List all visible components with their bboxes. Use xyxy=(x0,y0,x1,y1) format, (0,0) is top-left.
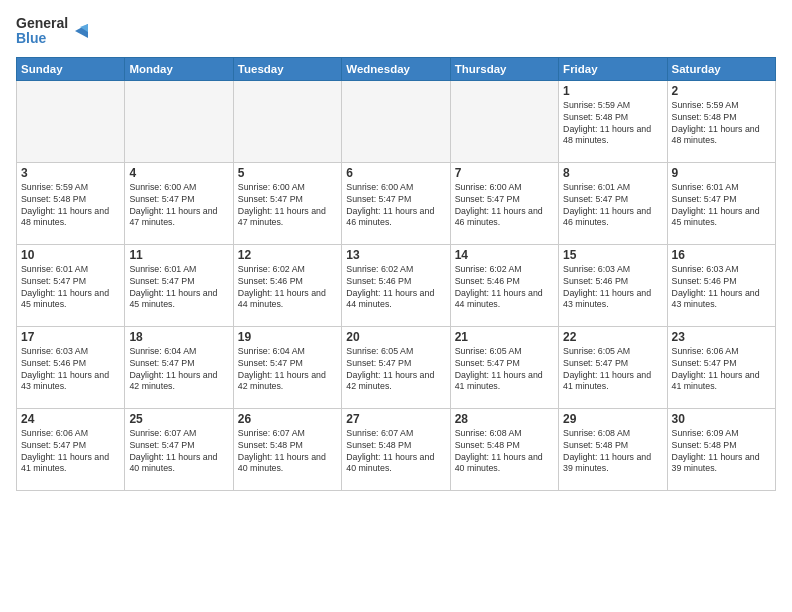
calendar-week-row: 17Sunrise: 6:03 AM Sunset: 5:46 PM Dayli… xyxy=(17,326,776,408)
calendar-cell: 6Sunrise: 6:00 AM Sunset: 5:47 PM Daylig… xyxy=(342,162,450,244)
logo: General Blue xyxy=(16,16,88,47)
day-number: 17 xyxy=(21,330,120,344)
cell-text: Sunrise: 6:03 AM Sunset: 5:46 PM Dayligh… xyxy=(563,264,662,312)
day-number: 25 xyxy=(129,412,228,426)
calendar-week-row: 10Sunrise: 6:01 AM Sunset: 5:47 PM Dayli… xyxy=(17,244,776,326)
cell-text: Sunrise: 6:04 AM Sunset: 5:47 PM Dayligh… xyxy=(129,346,228,394)
calendar-cell: 10Sunrise: 6:01 AM Sunset: 5:47 PM Dayli… xyxy=(17,244,125,326)
cell-text: Sunrise: 6:01 AM Sunset: 5:47 PM Dayligh… xyxy=(563,182,662,230)
cell-text: Sunrise: 6:00 AM Sunset: 5:47 PM Dayligh… xyxy=(129,182,228,230)
day-number: 1 xyxy=(563,84,662,98)
cell-text: Sunrise: 6:02 AM Sunset: 5:46 PM Dayligh… xyxy=(346,264,445,312)
calendar-cell: 16Sunrise: 6:03 AM Sunset: 5:46 PM Dayli… xyxy=(667,244,775,326)
calendar-cell: 23Sunrise: 6:06 AM Sunset: 5:47 PM Dayli… xyxy=(667,326,775,408)
calendar-week-row: 1Sunrise: 5:59 AM Sunset: 5:48 PM Daylig… xyxy=(17,80,776,162)
calendar-week-row: 24Sunrise: 6:06 AM Sunset: 5:47 PM Dayli… xyxy=(17,408,776,490)
day-number: 7 xyxy=(455,166,554,180)
calendar-cell: 26Sunrise: 6:07 AM Sunset: 5:48 PM Dayli… xyxy=(233,408,341,490)
calendar-cell: 20Sunrise: 6:05 AM Sunset: 5:47 PM Dayli… xyxy=(342,326,450,408)
cell-text: Sunrise: 6:06 AM Sunset: 5:47 PM Dayligh… xyxy=(21,428,120,476)
day-number: 19 xyxy=(238,330,337,344)
calendar-cell: 8Sunrise: 6:01 AM Sunset: 5:47 PM Daylig… xyxy=(559,162,667,244)
day-number: 6 xyxy=(346,166,445,180)
cell-text: Sunrise: 6:07 AM Sunset: 5:48 PM Dayligh… xyxy=(346,428,445,476)
day-number: 23 xyxy=(672,330,771,344)
day-number: 9 xyxy=(672,166,771,180)
calendar-cell: 17Sunrise: 6:03 AM Sunset: 5:46 PM Dayli… xyxy=(17,326,125,408)
calendar-week-row: 3Sunrise: 5:59 AM Sunset: 5:48 PM Daylig… xyxy=(17,162,776,244)
calendar-cell: 4Sunrise: 6:00 AM Sunset: 5:47 PM Daylig… xyxy=(125,162,233,244)
calendar-cell: 1Sunrise: 5:59 AM Sunset: 5:48 PM Daylig… xyxy=(559,80,667,162)
day-number: 16 xyxy=(672,248,771,262)
day-header-sunday: Sunday xyxy=(17,57,125,80)
day-number: 10 xyxy=(21,248,120,262)
day-header-friday: Friday xyxy=(559,57,667,80)
calendar-cell: 9Sunrise: 6:01 AM Sunset: 5:47 PM Daylig… xyxy=(667,162,775,244)
calendar-cell: 30Sunrise: 6:09 AM Sunset: 5:48 PM Dayli… xyxy=(667,408,775,490)
day-number: 3 xyxy=(21,166,120,180)
cell-text: Sunrise: 5:59 AM Sunset: 5:48 PM Dayligh… xyxy=(563,100,662,148)
calendar-cell: 25Sunrise: 6:07 AM Sunset: 5:47 PM Dayli… xyxy=(125,408,233,490)
calendar-cell: 15Sunrise: 6:03 AM Sunset: 5:46 PM Dayli… xyxy=(559,244,667,326)
calendar-cell: 21Sunrise: 6:05 AM Sunset: 5:47 PM Dayli… xyxy=(450,326,558,408)
cell-text: Sunrise: 5:59 AM Sunset: 5:48 PM Dayligh… xyxy=(21,182,120,230)
calendar-cell xyxy=(450,80,558,162)
day-number: 18 xyxy=(129,330,228,344)
cell-text: Sunrise: 6:02 AM Sunset: 5:46 PM Dayligh… xyxy=(455,264,554,312)
calendar-cell: 7Sunrise: 6:00 AM Sunset: 5:47 PM Daylig… xyxy=(450,162,558,244)
calendar-cell xyxy=(17,80,125,162)
cell-text: Sunrise: 6:01 AM Sunset: 5:47 PM Dayligh… xyxy=(672,182,771,230)
day-number: 11 xyxy=(129,248,228,262)
cell-text: Sunrise: 6:00 AM Sunset: 5:47 PM Dayligh… xyxy=(455,182,554,230)
cell-text: Sunrise: 6:03 AM Sunset: 5:46 PM Dayligh… xyxy=(672,264,771,312)
cell-text: Sunrise: 6:06 AM Sunset: 5:47 PM Dayligh… xyxy=(672,346,771,394)
day-number: 12 xyxy=(238,248,337,262)
day-number: 20 xyxy=(346,330,445,344)
calendar-cell xyxy=(125,80,233,162)
day-number: 30 xyxy=(672,412,771,426)
cell-text: Sunrise: 6:05 AM Sunset: 5:47 PM Dayligh… xyxy=(563,346,662,394)
calendar-cell: 11Sunrise: 6:01 AM Sunset: 5:47 PM Dayli… xyxy=(125,244,233,326)
cell-text: Sunrise: 6:05 AM Sunset: 5:47 PM Dayligh… xyxy=(346,346,445,394)
calendar-cell: 14Sunrise: 6:02 AM Sunset: 5:46 PM Dayli… xyxy=(450,244,558,326)
calendar-cell xyxy=(342,80,450,162)
cell-text: Sunrise: 6:07 AM Sunset: 5:48 PM Dayligh… xyxy=(238,428,337,476)
calendar-cell: 5Sunrise: 6:00 AM Sunset: 5:47 PM Daylig… xyxy=(233,162,341,244)
cell-text: Sunrise: 6:03 AM Sunset: 5:46 PM Dayligh… xyxy=(21,346,120,394)
calendar-cell: 19Sunrise: 6:04 AM Sunset: 5:47 PM Dayli… xyxy=(233,326,341,408)
cell-text: Sunrise: 6:01 AM Sunset: 5:47 PM Dayligh… xyxy=(21,264,120,312)
cell-text: Sunrise: 6:00 AM Sunset: 5:47 PM Dayligh… xyxy=(238,182,337,230)
day-header-monday: Monday xyxy=(125,57,233,80)
calendar-cell: 29Sunrise: 6:08 AM Sunset: 5:48 PM Dayli… xyxy=(559,408,667,490)
logo-general: General xyxy=(16,16,68,31)
cell-text: Sunrise: 6:05 AM Sunset: 5:47 PM Dayligh… xyxy=(455,346,554,394)
day-number: 2 xyxy=(672,84,771,98)
day-number: 13 xyxy=(346,248,445,262)
calendar-cell xyxy=(233,80,341,162)
day-number: 5 xyxy=(238,166,337,180)
day-header-saturday: Saturday xyxy=(667,57,775,80)
day-header-tuesday: Tuesday xyxy=(233,57,341,80)
calendar-cell: 12Sunrise: 6:02 AM Sunset: 5:46 PM Dayli… xyxy=(233,244,341,326)
day-number: 28 xyxy=(455,412,554,426)
cell-text: Sunrise: 6:08 AM Sunset: 5:48 PM Dayligh… xyxy=(563,428,662,476)
cell-text: Sunrise: 6:08 AM Sunset: 5:48 PM Dayligh… xyxy=(455,428,554,476)
cell-text: Sunrise: 6:02 AM Sunset: 5:46 PM Dayligh… xyxy=(238,264,337,312)
logo-bird-icon xyxy=(70,22,88,40)
day-number: 26 xyxy=(238,412,337,426)
cell-text: Sunrise: 6:04 AM Sunset: 5:47 PM Dayligh… xyxy=(238,346,337,394)
cell-text: Sunrise: 6:00 AM Sunset: 5:47 PM Dayligh… xyxy=(346,182,445,230)
day-number: 22 xyxy=(563,330,662,344)
calendar: SundayMondayTuesdayWednesdayThursdayFrid… xyxy=(16,57,776,491)
calendar-cell: 24Sunrise: 6:06 AM Sunset: 5:47 PM Dayli… xyxy=(17,408,125,490)
header: General Blue xyxy=(16,16,776,47)
calendar-header-row: SundayMondayTuesdayWednesdayThursdayFrid… xyxy=(17,57,776,80)
day-header-thursday: Thursday xyxy=(450,57,558,80)
day-number: 15 xyxy=(563,248,662,262)
calendar-cell: 22Sunrise: 6:05 AM Sunset: 5:47 PM Dayli… xyxy=(559,326,667,408)
calendar-cell: 27Sunrise: 6:07 AM Sunset: 5:48 PM Dayli… xyxy=(342,408,450,490)
cell-text: Sunrise: 6:09 AM Sunset: 5:48 PM Dayligh… xyxy=(672,428,771,476)
day-number: 27 xyxy=(346,412,445,426)
day-number: 14 xyxy=(455,248,554,262)
day-number: 21 xyxy=(455,330,554,344)
